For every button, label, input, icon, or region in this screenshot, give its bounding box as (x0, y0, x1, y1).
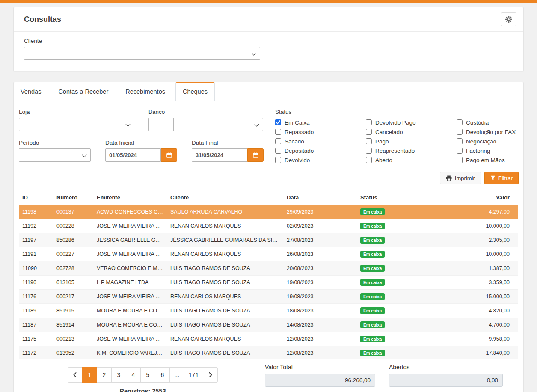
table-row[interactable]: 11176 000217 JOSE W MEIRA VIEIRA JUNIOR … (19, 290, 518, 304)
prev-page-button[interactable] (68, 367, 83, 383)
page-button-6[interactable]: 6 (155, 367, 170, 383)
status-checkbox-devolvido[interactable]: Devolvido (275, 155, 366, 165)
cell-numero: 000137 (53, 205, 93, 219)
status-badge: Em caixa (360, 321, 385, 328)
status-checkbox-devolucao-por-fax[interactable]: Devolução por FAX (457, 127, 537, 137)
page-button-4[interactable]: 4 (126, 367, 141, 383)
gear-icon (505, 16, 512, 23)
table-row[interactable]: 11187 851914 MOURA E MOURA E COM VA… LUI… (19, 318, 518, 332)
status-checkbox-negociacao[interactable]: Negociação (457, 137, 537, 146)
checkbox-input[interactable] (457, 129, 463, 135)
cell-id: 11191 (19, 247, 53, 261)
status-checkbox-pago-em-maos[interactable]: Pago em Mãos (457, 155, 537, 165)
cell-valor: 1.387,00 (432, 261, 518, 276)
banco-select[interactable] (173, 118, 263, 131)
checkbox-label: Aberto (375, 157, 392, 163)
tab-cheques[interactable]: Cheques (175, 82, 215, 101)
page-ellipsis[interactable]: ... (169, 367, 184, 383)
table-row[interactable]: 11198 000137 ACWD CONFECCOES COMER… SAUL… (19, 205, 518, 219)
checkbox-input[interactable] (366, 119, 372, 125)
table-row[interactable]: 11192 000228 JOSE W MEIRA VIEIRA JUNIOR … (19, 219, 518, 233)
consultas-header: Consultas (14, 7, 523, 32)
page-button-3[interactable]: 3 (111, 367, 126, 383)
cell-data: 19/08/2023 (283, 290, 357, 304)
tab-vendas[interactable]: Vendas (14, 82, 48, 101)
cell-data: 18/08/2023 (283, 304, 357, 318)
page-button-171[interactable]: 171 (184, 367, 203, 383)
cell-emitente: JOSE W MEIRA VIEIRA JUNIOR (93, 332, 167, 346)
periodo-select[interactable] (19, 148, 91, 162)
page-button-1[interactable]: 1 (82, 367, 97, 383)
cell-numero: 000228 (53, 219, 93, 233)
table-row[interactable]: 11090 002728 VERAO COMERCIO E MODAS… LUI… (19, 261, 518, 276)
checkbox-input[interactable] (457, 157, 463, 163)
checkbox-input[interactable] (275, 148, 281, 154)
table-row[interactable]: 11190 013105 L P MAGAZINE LTDA LUIS TIAG… (19, 276, 518, 290)
cell-numero: 851914 (53, 318, 93, 332)
checkbox-input[interactable] (457, 119, 463, 125)
cell-status: Em caixa (357, 219, 432, 233)
loja-label: Loja (19, 109, 134, 115)
checkbox-input[interactable] (275, 138, 281, 144)
data-final-calendar-button[interactable] (247, 148, 264, 162)
next-page-button[interactable] (203, 367, 218, 383)
cell-status: Em caixa (357, 261, 432, 276)
cell-emitente: K.M. COMERCIO VAREJISTA … (93, 346, 167, 360)
tab-contas-a-receber[interactable]: Contas a Receber (51, 82, 115, 101)
banco-code-input[interactable] (148, 118, 173, 131)
tab-recebimentos[interactable]: Recebimentos (119, 82, 172, 101)
status-checkbox-cancelado[interactable]: Cancelado (366, 127, 457, 137)
status-checkbox-factoring[interactable]: Factoring (457, 146, 537, 155)
status-checkbox-reapresentado[interactable]: Reapresentado (366, 146, 457, 155)
table-header-row: ID Número Emitente Cliente Data Status V… (19, 190, 518, 205)
page-title: Consultas (24, 15, 61, 24)
status-checkbox-aberto[interactable]: Aberto (366, 155, 457, 165)
table-row[interactable]: 11197 850286 JESSICA GABRIELLE GUIMA… JÉ… (19, 233, 518, 247)
cliente-code-input[interactable] (24, 47, 80, 60)
status-badge: Em caixa (360, 223, 385, 229)
table-row[interactable]: 11172 013952 K.M. COMERCIO VAREJISTA … L… (19, 346, 518, 360)
data-inicial-calendar-button[interactable] (161, 148, 177, 162)
imprimir-button[interactable]: Imprimir (440, 172, 481, 184)
status-checkbox-repassado[interactable]: Repassado (275, 127, 366, 137)
cliente-select[interactable] (80, 47, 260, 60)
table-row[interactable]: 11191 000227 JOSE W MEIRA VIEIRA JUNIOR … (19, 247, 518, 261)
status-checkbox-custodia[interactable]: Custódia (457, 118, 537, 127)
filtrar-button[interactable]: Filtrar (484, 172, 519, 184)
checkbox-input[interactable] (275, 129, 281, 135)
page-button-5[interactable]: 5 (140, 367, 155, 383)
table-row[interactable]: 11189 851915 MOURA E MOURA E COM VA… LUI… (19, 304, 518, 318)
checkbox-input[interactable] (366, 148, 372, 154)
top-accent-bar (0, 0, 537, 3)
checkbox-input[interactable] (366, 157, 372, 163)
valor-total-label: Valor Total (265, 364, 375, 371)
data-final-input[interactable] (192, 148, 247, 162)
checkbox-input[interactable] (457, 138, 463, 144)
data-inicial-input[interactable] (105, 148, 161, 162)
checkbox-input[interactable] (275, 119, 281, 125)
cell-cliente: LUIS TIAGO RAMOS DE SOUZA (167, 304, 283, 318)
consultas-card: Consultas Cliente (13, 7, 524, 71)
status-checkbox-sacado[interactable]: Sacado (275, 137, 366, 146)
checkbox-input[interactable] (275, 157, 281, 163)
checkbox-input[interactable] (366, 129, 372, 135)
data-final-label: Data Final (192, 140, 264, 146)
checkbox-label: Depositado (285, 148, 314, 154)
status-checkbox-depositado[interactable]: Depositado (275, 146, 366, 155)
status-checkbox-devolvido-pago[interactable]: Devolvido Pago (366, 118, 457, 127)
checkbox-label: Pago em Mãos (466, 157, 505, 163)
status-checkbox-em-caixa[interactable]: Em Caixa (275, 118, 366, 127)
checkbox-input[interactable] (366, 138, 372, 144)
settings-button[interactable] (501, 12, 516, 26)
loja-code-input[interactable] (19, 118, 45, 131)
cell-data: 02/09/2023 (283, 219, 357, 233)
checkbox-input[interactable] (457, 148, 463, 154)
loja-select[interactable] (45, 118, 134, 131)
status-checkbox-pago[interactable]: Pago (366, 137, 457, 146)
table-row[interactable]: 11175 000213 JOSE W MEIRA VIEIRA JUNIOR … (19, 332, 518, 346)
cell-emitente: JESSICA GABRIELLE GUIMA… (93, 233, 167, 247)
results-card: Vendas Contas a Receber Recebimentos Che… (13, 82, 524, 392)
tab-bar: Vendas Contas a Receber Recebimentos Che… (14, 82, 523, 101)
cell-numero: 002728 (53, 261, 93, 276)
page-button-2[interactable]: 2 (97, 367, 112, 383)
